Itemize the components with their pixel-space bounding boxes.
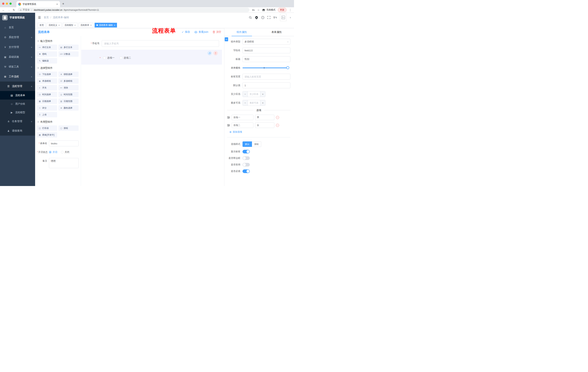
tag-process-model[interactable]: 流程模型 × <box>63 23 78 28</box>
address-bar[interactable]: ⚠ 不安全 | dashboard.yudao.iocoder.cn/bpm/m… <box>18 8 250 12</box>
tab-component-props[interactable]: 组件属性 <box>224 28 259 36</box>
palette-item-rate[interactable]: ☆评分 <box>37 105 57 111</box>
style-button-button[interactable]: 按钮 <box>252 141 261 147</box>
link-icon[interactable]: ∞ <box>225 37 228 41</box>
form-canvas[interactable]: *手机号 <box>81 36 224 186</box>
default-value-input[interactable] <box>242 83 290 88</box>
palette-item-password[interactable]: ✱密码 <box>37 51 57 57</box>
form-remark-textarea[interactable]: 嘿嘿 <box>49 158 79 168</box>
option-1-name-input[interactable] <box>231 115 253 120</box>
palette-item-single-text[interactable]: ▭单行文本 <box>37 45 57 50</box>
tag-process-form[interactable]: 流程表单 × <box>79 23 94 28</box>
max-select-input[interactable] <box>248 100 260 106</box>
gender-option-1-checkbox[interactable]: 选项一 <box>103 56 115 60</box>
sidebar-item-devtools[interactable]: ⚒ 研发工具 ∨ <box>0 62 35 72</box>
sidebar-item-home[interactable]: ⌂ 首页 <box>0 22 35 32</box>
remove-option-button[interactable]: − <box>276 124 279 127</box>
increase-button[interactable]: + <box>260 91 265 97</box>
sliders-icon[interactable] <box>227 124 230 127</box>
slider-thumb[interactable] <box>286 66 289 69</box>
browser-menu-icon[interactable]: ⋮ <box>289 8 292 12</box>
sidebar-item-task-mgmt[interactable]: ⋔ 任务管理 ∨ <box>0 117 35 126</box>
breadcrumb-home[interactable]: 首页 <box>44 16 49 19</box>
field-name-input[interactable] <box>242 47 290 53</box>
decrease-button[interactable]: − <box>243 91 248 97</box>
title-input[interactable] <box>242 56 290 62</box>
sidebar-item-infrastructure[interactable]: ▣ 基础设施 ∨ <box>0 52 35 62</box>
palette-item-table[interactable]: ▦表格[开发中] <box>37 132 57 138</box>
help-icon[interactable]: ? <box>261 16 264 19</box>
fullscreen-icon[interactable] <box>267 16 270 19</box>
delete-component-button[interactable] <box>214 51 218 55</box>
clear-button[interactable]: 清空 <box>213 30 221 34</box>
palette-item-row-container[interactable]: ◫行容器 <box>37 125 57 131</box>
palette-item-button[interactable]: ▢按钮 <box>58 125 79 131</box>
sidebar-item-workflow[interactable]: ⊞ 工作流程 ∧ <box>0 72 35 82</box>
tag-process-form-edit[interactable]: 流程表单-编辑 × <box>94 23 117 28</box>
save-button[interactable]: ✓ 保存 <box>182 30 190 34</box>
palette-item-date-range[interactable]: ▥日期范围 <box>58 98 79 104</box>
option-2-value-input[interactable] <box>255 122 274 128</box>
tag-close-icon[interactable]: × <box>74 24 76 27</box>
component-type-select[interactable]: 多选框组 ∨ <box>242 39 290 45</box>
hamburger-icon[interactable]: ☰ <box>38 16 41 20</box>
avatar-caret-icon[interactable]: ∨ <box>290 16 291 19</box>
copy-component-button[interactable] <box>208 51 211 55</box>
reload-button[interactable]: ↻ <box>13 9 15 11</box>
maximize-window-button[interactable] <box>10 2 12 5</box>
form-name-input[interactable] <box>49 140 79 146</box>
style-default-button[interactable]: 默认 <box>242 141 252 147</box>
bookmark-star-icon[interactable]: ☆ <box>257 9 260 11</box>
search-icon[interactable] <box>249 16 252 19</box>
option-1-value-input[interactable] <box>255 115 274 120</box>
palette-item-color-picker[interactable]: ⊛颜色选择 <box>58 105 79 111</box>
new-tab-button[interactable]: + <box>62 2 64 6</box>
tab-close-icon[interactable]: × <box>56 3 58 6</box>
close-window-button[interactable] <box>2 2 4 5</box>
sidebar-item-process-model[interactable]: ▶ 流程模型 <box>0 108 35 117</box>
palette-item-checkbox-group[interactable]: ☑多选框组 <box>58 78 79 84</box>
palette-item-counter[interactable]: 123计数器 <box>58 51 79 57</box>
sidebar-item-user-groups[interactable]: ☺ 用户分组 <box>0 100 35 108</box>
security-label[interactable]: 不安全 <box>23 8 30 11</box>
minimize-window-button[interactable] <box>6 2 8 5</box>
phone-field-row[interactable]: *手机号 <box>83 40 219 47</box>
tag-close-icon[interactable]: × <box>114 24 115 27</box>
label-width-input[interactable] <box>242 74 290 80</box>
increase-button[interactable]: + <box>260 100 265 106</box>
gender-option-2-checkbox[interactable]: 选项二 <box>120 56 131 60</box>
decrease-button[interactable]: − <box>243 100 248 106</box>
sidebar-item-system[interactable]: ⚙ 系统管理 ∨ <box>0 32 35 42</box>
required-toggle[interactable] <box>242 170 250 173</box>
palette-item-select[interactable]: ⊙下拉选择 <box>37 72 57 77</box>
font-size-icon[interactable]: T⇅ <box>273 16 277 19</box>
sliders-icon[interactable] <box>227 116 230 119</box>
palette-item-slider[interactable]: ⊷滑块 <box>58 85 79 90</box>
gender-field-row[interactable]: * 选项一 选项二 <box>84 56 219 60</box>
update-button[interactable]: 更新 <box>278 8 286 12</box>
sidebar-logo[interactable]: 芋道管理系统 <box>0 13 35 22</box>
palette-item-editor[interactable]: ✎编辑器 <box>37 58 57 64</box>
palette-item-cascader[interactable]: ⋔级联选择 <box>58 72 79 77</box>
border-toggle[interactable] <box>242 156 250 160</box>
avatar[interactable] <box>280 14 286 21</box>
sidebar-item-process-mgmt[interactable]: ☰ 流程管理 ∧ <box>0 82 35 91</box>
palette-item-time-range[interactable]: ◶时间范围 <box>58 92 79 97</box>
grid-slider[interactable] <box>242 67 289 68</box>
sidebar-item-process-form[interactable]: ▤ 流程表单 <box>0 91 35 100</box>
tag-close-icon[interactable]: × <box>58 24 60 27</box>
show-label-toggle[interactable] <box>242 150 250 153</box>
tag-close-icon[interactable]: × <box>90 24 92 27</box>
status-open-radio[interactable]: 开启 <box>49 150 57 154</box>
sidebar-item-payment[interactable]: ¥ 支付管理 ∨ <box>0 42 35 52</box>
disabled-toggle[interactable] <box>242 163 250 167</box>
palette-item-textarea[interactable]: ▤多行文本 <box>58 45 79 50</box>
status-closed-radio[interactable]: 关闭 <box>61 150 69 154</box>
palette-item-upload[interactable]: ↥上传 <box>37 112 57 117</box>
remove-option-button[interactable]: − <box>276 116 279 119</box>
palette-item-time-picker[interactable]: ◷时间选择 <box>37 92 57 97</box>
browser-tab[interactable]: 芋道管理系统 × <box>16 1 60 7</box>
option-2-name-input[interactable] <box>231 122 253 128</box>
tag-home[interactable]: 首页 <box>38 23 46 28</box>
min-select-input[interactable] <box>248 91 260 97</box>
